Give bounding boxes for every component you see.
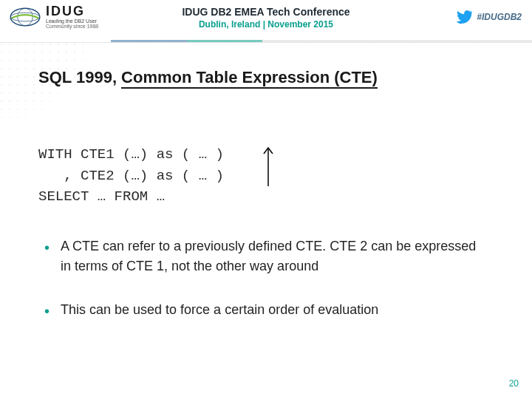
bullet-item: This can be used to force a certain orde…	[44, 300, 488, 320]
header-accent-bar	[111, 40, 532, 42]
code-line-2: , CTE2 (…) as ( … )	[38, 168, 224, 184]
logo-text: IDUG Leading the DB2 User Community sinc…	[46, 4, 98, 30]
hashtag: #IDUGDB2	[456, 10, 522, 24]
code-block: WITH CTE1 (…) as ( … ) , CTE2 (…) as ( ……	[38, 144, 224, 208]
brand-name: IDUG	[46, 4, 98, 18]
page-title: SQL 1999, Common Table Expression (CTE)	[38, 68, 378, 87]
code-line-1: WITH CTE1 (…) as ( … )	[38, 146, 224, 163]
title-underlined: Common Table Expression (CTE)	[121, 68, 378, 89]
brand-tag-2: Community since 1988	[46, 24, 98, 29]
bullet-item: A CTE can refer to a previously defined …	[44, 236, 488, 276]
title-prefix: SQL 1999,	[38, 68, 121, 86]
arrow-up-icon	[262, 145, 274, 186]
header: IDUG Leading the DB2 User Community sinc…	[0, 0, 532, 43]
hashtag-text: #IDUGDB2	[477, 12, 522, 22]
bullet-list: A CTE can refer to a previously defined …	[44, 236, 488, 344]
brand-tag-1: Leading the DB2 User	[46, 18, 98, 24]
logo: IDUG Leading the DB2 User Community sinc…	[9, 4, 98, 30]
slide: IDUG Leading the DB2 User Community sinc…	[0, 0, 532, 399]
conference-title-block: IDUG DB2 EMEA Tech Conference Dublin, Ir…	[182, 6, 349, 30]
code-line-3: SELECT … FROM …	[38, 188, 165, 205]
svg-point-2	[18, 8, 33, 25]
conference-location: Dublin, Ireland | November 2015	[182, 19, 349, 30]
page-number: 20	[509, 378, 519, 389]
conference-title: IDUG DB2 EMEA Tech Conference	[182, 6, 349, 18]
twitter-bird-icon	[456, 10, 472, 24]
globe-icon	[9, 5, 41, 29]
